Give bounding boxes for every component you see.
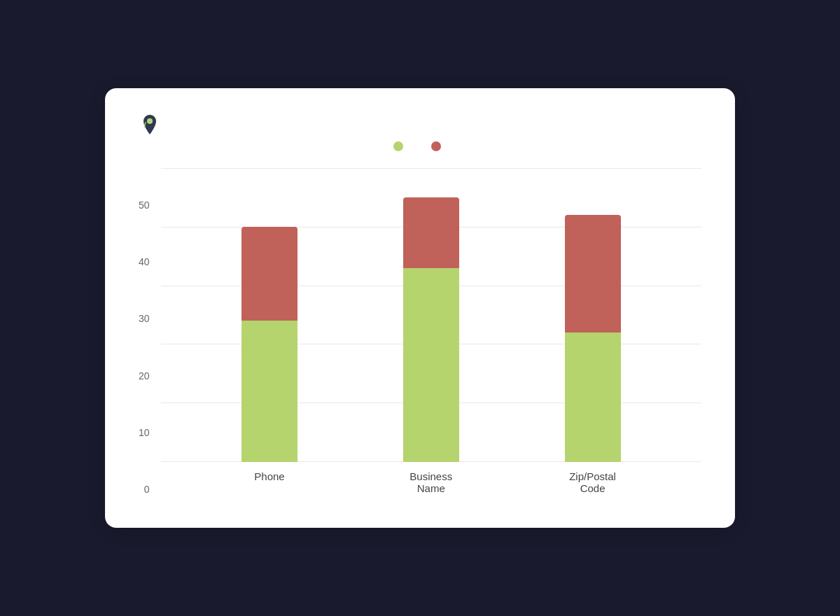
bars-container bbox=[161, 168, 701, 462]
y-axis-label: 40 bbox=[139, 257, 150, 267]
x-axis-label: Business Name bbox=[403, 470, 459, 494]
bar-group bbox=[565, 215, 621, 462]
errors-dot bbox=[431, 141, 441, 151]
x-axis-label: Phone bbox=[241, 470, 298, 494]
y-axis-label: 30 bbox=[139, 314, 150, 323]
stacked-bar bbox=[241, 227, 298, 462]
bar-correct-segment bbox=[403, 268, 459, 462]
bar-group bbox=[403, 197, 459, 462]
stacked-bar bbox=[403, 197, 459, 462]
bar-errors-segment bbox=[403, 197, 459, 268]
y-axis-label: 0 bbox=[144, 484, 150, 494]
y-axis-label: 10 bbox=[139, 428, 150, 438]
stacked-bar bbox=[565, 215, 621, 462]
y-axis: 01020304050 bbox=[139, 200, 150, 494]
chart-area: 01020304050 PhoneBusiness NameZip/Postal… bbox=[139, 168, 701, 494]
legend-errors bbox=[431, 141, 447, 151]
bar-group bbox=[241, 227, 298, 462]
bar-correct-segment bbox=[241, 321, 298, 462]
legend-correct bbox=[393, 141, 409, 151]
nap-errors-card: 01020304050 PhoneBusiness NameZip/Postal… bbox=[105, 88, 735, 528]
card-header bbox=[139, 113, 701, 136]
bar-correct-segment bbox=[565, 332, 621, 462]
chart-legend bbox=[139, 141, 701, 151]
map-pin-icon bbox=[139, 113, 161, 136]
x-axis-label: Zip/Postal Code bbox=[565, 470, 621, 494]
title-group bbox=[139, 113, 168, 136]
x-labels: PhoneBusiness NameZip/Postal Code bbox=[161, 462, 701, 494]
correct-dot bbox=[393, 141, 403, 151]
svg-point-0 bbox=[147, 118, 153, 124]
bar-errors-segment bbox=[565, 215, 621, 332]
bars-and-grid bbox=[161, 168, 701, 462]
y-axis-label: 50 bbox=[139, 200, 150, 210]
y-axis-label: 20 bbox=[139, 371, 150, 381]
bar-errors-segment bbox=[241, 227, 298, 321]
chart-body: PhoneBusiness NameZip/Postal Code bbox=[161, 168, 701, 494]
